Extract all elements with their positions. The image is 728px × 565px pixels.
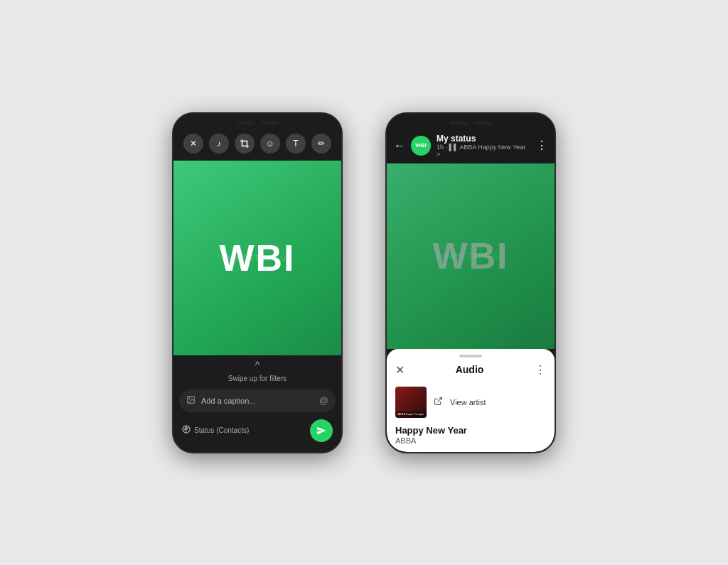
audio-sheet: ✕ Audio ⋮ ABBA Super Trouper View artist…	[387, 349, 555, 452]
swipe-label: Swipe up for filters	[228, 375, 287, 382]
crop-icon[interactable]	[235, 134, 255, 154]
track-name: Happy New Year	[395, 425, 546, 436]
send-button[interactable]	[310, 419, 333, 442]
wbi-logo: WBI	[219, 237, 295, 279]
header-info: My status 1h · ▌▌ ABBA Happy New Year >	[437, 134, 530, 158]
wbi-image: WBI WABETAINFO	[173, 161, 341, 355]
status-contacts[interactable]: Status (Contacts)	[182, 425, 249, 436]
back-button[interactable]: ←	[394, 139, 405, 152]
audio-track-info: Happy New Year ABBA	[387, 422, 555, 452]
view-artist-item[interactable]: ABBA Super Trouper View artist	[387, 382, 555, 422]
music-icon[interactable]: ♪	[209, 134, 229, 154]
album-art: ABBA Super Trouper	[395, 387, 427, 418]
left-phone: ✕ ♪ ☺ T ✏	[172, 112, 343, 453]
status-icon	[182, 425, 191, 436]
right-header: ← WBI My status 1h · ▌▌ ABBA Happy New Y…	[387, 114, 555, 163]
wbi-logo-right: WBI	[432, 235, 508, 277]
toolbar-icons-right: ♪ ☺ T ✏	[209, 134, 331, 154]
album-label: ABBA Super Trouper	[395, 411, 427, 418]
left-screen: ✕ ♪ ☺ T ✏	[173, 114, 341, 452]
caption-image-icon	[186, 395, 196, 407]
caption-bar[interactable]: Add a caption... @	[179, 389, 336, 412]
track-artist: ABBA	[395, 436, 546, 445]
svg-point-1	[189, 397, 191, 399]
swipe-chevron: ^	[173, 360, 341, 371]
header-name: My status	[437, 134, 530, 144]
view-artist-label[interactable]: View artist	[450, 398, 486, 407]
right-phone: ← WBI My status 1h · ▌▌ ABBA Happy New Y…	[385, 112, 556, 453]
bottom-bar: Status (Contacts)	[173, 415, 341, 452]
audio-title: Audio	[410, 364, 529, 375]
more-options-icon[interactable]: ⋮	[536, 139, 547, 152]
sheet-close-button[interactable]: ✕	[395, 363, 405, 377]
status-contacts-label: Status (Contacts)	[194, 426, 249, 434]
audio-header: ✕ Audio ⋮	[387, 363, 555, 382]
header-subtitle: 1h · ▌▌ ABBA Happy New Year >	[437, 144, 530, 158]
sheet-more-button[interactable]: ⋮	[535, 363, 546, 377]
left-toolbar: ✕ ♪ ☺ T ✏	[173, 114, 341, 161]
right-screen: ← WBI My status 1h · ▌▌ ABBA Happy New Y…	[387, 114, 555, 452]
sheet-handle	[459, 355, 482, 357]
wbi-image-right: WBI WABETAINFO	[387, 163, 555, 349]
sticker-icon[interactable]: ☺	[260, 134, 280, 154]
pen-icon[interactable]: ✏	[311, 134, 331, 154]
at-icon[interactable]: @	[319, 395, 328, 406]
status-avatar: WBI	[411, 136, 431, 156]
svg-line-2	[437, 397, 441, 402]
swipe-up-area[interactable]: ^ Swipe up for filters	[173, 355, 341, 387]
close-button[interactable]: ✕	[183, 134, 203, 154]
text-icon[interactable]: T	[286, 134, 306, 154]
view-artist-icon	[434, 397, 443, 408]
caption-input[interactable]: Add a caption...	[201, 397, 314, 405]
